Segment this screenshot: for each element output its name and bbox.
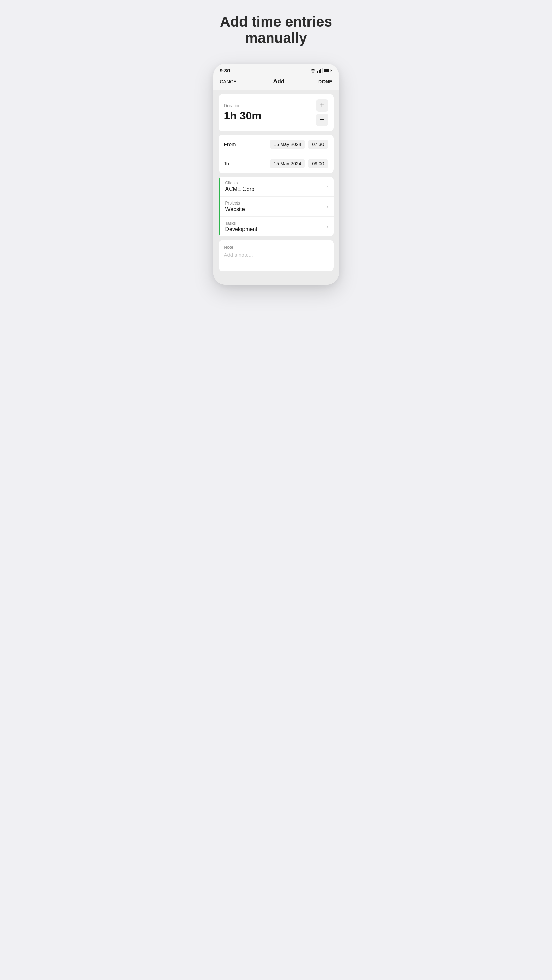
- phone-frame: 9:30: [213, 64, 339, 285]
- svg-rect-1: [319, 70, 320, 73]
- from-to-card: From 15 May 2024 07:30 To 15 May 2024 09…: [219, 135, 334, 173]
- duration-label: Duration: [224, 103, 262, 108]
- task-row[interactable]: Tasks Development ›: [219, 216, 334, 237]
- note-card: Note Add a note...: [219, 240, 334, 271]
- from-time-chip[interactable]: 07:30: [308, 140, 328, 149]
- to-time-chip[interactable]: 09:00: [308, 159, 328, 169]
- client-text: Clients ACME Corp.: [225, 181, 327, 192]
- from-date-chip[interactable]: 15 May 2024: [270, 140, 305, 149]
- client-category: Clients: [225, 181, 327, 185]
- from-row: From 15 May 2024 07:30: [219, 135, 334, 154]
- from-chips: 15 May 2024 07:30: [270, 140, 328, 149]
- task-text: Tasks Development: [225, 221, 327, 232]
- project-chevron-icon: ›: [326, 204, 328, 210]
- duration-controls: + −: [316, 99, 328, 126]
- svg-rect-5: [325, 69, 329, 72]
- to-label: To: [224, 161, 270, 166]
- project-row[interactable]: Projects Website ›: [219, 196, 334, 216]
- status-icons: [310, 68, 332, 73]
- task-value: Development: [225, 226, 327, 232]
- note-content: Note Add a note...: [219, 240, 334, 271]
- battery-icon: [324, 68, 332, 73]
- svg-rect-2: [321, 69, 321, 73]
- done-button[interactable]: DONE: [318, 79, 332, 84]
- duration-card: Duration 1h 30m + −: [219, 94, 334, 131]
- task-category: Tasks: [225, 221, 327, 226]
- to-chips: 15 May 2024 09:00: [270, 159, 328, 169]
- duration-increase-button[interactable]: +: [316, 99, 328, 111]
- client-project-task-card: Clients ACME Corp. › Projects Website ›: [219, 177, 334, 237]
- project-value: Website: [225, 206, 327, 212]
- svg-rect-3: [322, 68, 323, 73]
- nav-bar: CANCEL Add DONE: [213, 76, 339, 90]
- status-bar: 9:30: [213, 64, 339, 76]
- green-accent-bar: [219, 177, 220, 237]
- note-label: Note: [224, 245, 328, 250]
- task-chevron-icon: ›: [326, 224, 328, 230]
- to-row: To 15 May 2024 09:00: [219, 154, 334, 173]
- client-row[interactable]: Clients ACME Corp. ›: [219, 177, 334, 196]
- content-area: Duration 1h 30m + − From 15 May 2024 07:…: [213, 90, 339, 285]
- nav-title: Add: [273, 78, 284, 85]
- wifi-icon: [310, 68, 316, 73]
- duration-decrease-button[interactable]: −: [316, 114, 328, 126]
- to-date-chip[interactable]: 15 May 2024: [270, 159, 305, 169]
- duration-content: Duration 1h 30m: [224, 103, 262, 122]
- client-chevron-icon: ›: [326, 183, 328, 189]
- status-time: 9:30: [220, 68, 230, 73]
- signal-icon: [317, 68, 323, 73]
- client-value: ACME Corp.: [225, 186, 327, 192]
- svg-rect-0: [317, 71, 318, 73]
- cancel-button[interactable]: CANCEL: [220, 79, 239, 84]
- duration-value: 1h 30m: [224, 110, 262, 122]
- project-text: Projects Website: [225, 201, 327, 212]
- page-title: Add time entries manually: [220, 14, 332, 47]
- from-label: From: [224, 141, 270, 147]
- cpt-inner: Clients ACME Corp. › Projects Website ›: [219, 177, 334, 237]
- note-input[interactable]: Add a note...: [224, 252, 328, 258]
- project-category: Projects: [225, 201, 327, 205]
